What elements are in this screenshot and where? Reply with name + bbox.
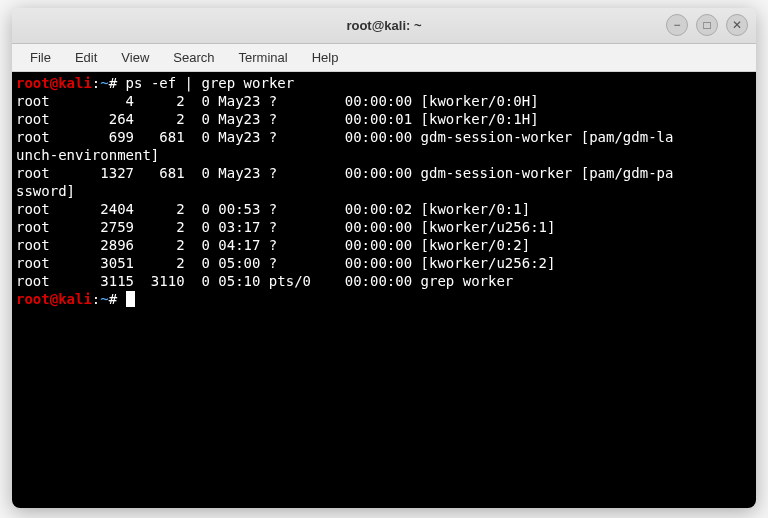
menubar: File Edit View Search Terminal Help [12,44,756,72]
window-controls: − □ ✕ [666,14,748,36]
maximize-icon: □ [703,18,710,32]
maximize-button[interactable]: □ [696,14,718,36]
output-line: unch-environment] [16,147,159,163]
prompt-path-2: ~ [100,291,108,307]
terminal-area[interactable]: root@kali:~# ps -ef | grep worker root 4… [12,72,756,508]
output-line: root 2404 2 0 00:53 ? 00:00:02 [kworker/… [16,201,530,217]
menu-terminal[interactable]: Terminal [229,47,298,68]
output-line: root 699 681 0 May23 ? 00:00:00 gdm-sess… [16,129,673,145]
command-text: ps -ef | grep worker [126,75,295,91]
menu-help[interactable]: Help [302,47,349,68]
output-line: root 264 2 0 May23 ? 00:00:01 [kworker/0… [16,111,539,127]
terminal-window: root@kali: ~ − □ ✕ File Edit View Search… [12,8,756,508]
menu-file[interactable]: File [20,47,61,68]
window-title: root@kali: ~ [346,18,421,33]
output-line: root 2896 2 0 04:17 ? 00:00:00 [kworker/… [16,237,530,253]
output-line: root 4 2 0 May23 ? 00:00:00 [kworker/0:0… [16,93,539,109]
close-button[interactable]: ✕ [726,14,748,36]
menu-search[interactable]: Search [163,47,224,68]
prompt-hash-2: # [109,291,117,307]
output-line: root 3115 3110 0 05:10 pts/0 00:00:00 gr… [16,273,513,289]
prompt-hash: # [109,75,117,91]
prompt-user-host: root@kali [16,75,92,91]
menu-view[interactable]: View [111,47,159,68]
output-line: root 1327 681 0 May23 ? 00:00:00 gdm-ses… [16,165,673,181]
minimize-icon: − [673,18,680,32]
menu-edit[interactable]: Edit [65,47,107,68]
prompt-path: ~ [100,75,108,91]
prompt-user-host-2: root@kali [16,291,92,307]
output-line: root 2759 2 0 03:17 ? 00:00:00 [kworker/… [16,219,555,235]
output-line: root 3051 2 0 05:00 ? 00:00:00 [kworker/… [16,255,555,271]
titlebar: root@kali: ~ − □ ✕ [12,8,756,44]
close-icon: ✕ [732,18,742,32]
output-line: ssword] [16,183,75,199]
minimize-button[interactable]: − [666,14,688,36]
cursor [126,291,135,307]
